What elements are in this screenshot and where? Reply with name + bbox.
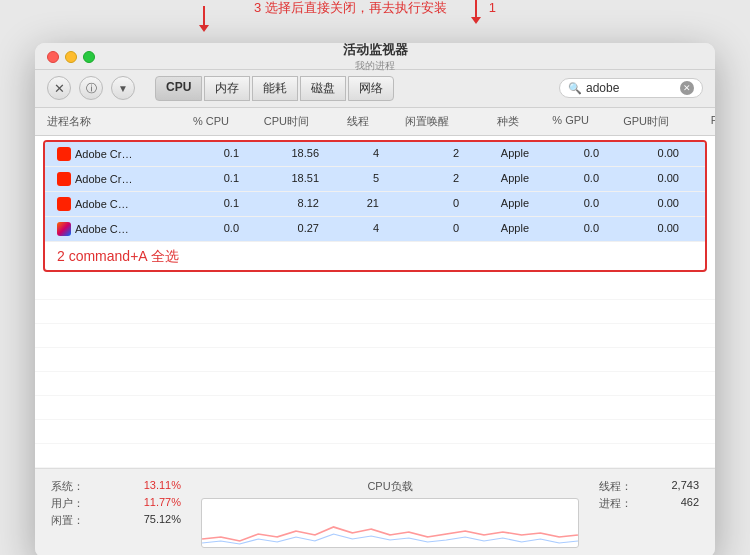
more-btn[interactable]: ▼: [111, 76, 135, 100]
app-icon: [57, 222, 71, 236]
arrow-down-right: [475, 0, 477, 18]
td-gpu: 0.0: [533, 195, 603, 213]
empty-row: [35, 444, 715, 468]
search-clear-btn[interactable]: ✕: [680, 81, 694, 95]
stat-val-procs: 462: [681, 496, 699, 511]
td-pid: 807: [683, 195, 707, 213]
table-row[interactable]: Adobe Cr… 0.1 18.51 5 2 Apple 0.0 0.00 7…: [45, 167, 705, 192]
titlebar-text: 活动监视器 我的进程: [35, 43, 715, 73]
stat-val-idle: 75.12%: [144, 513, 181, 528]
table-row[interactable]: Adobe Cr… 0.1 18.56 4 2 Apple 0.0 0.00 7…: [45, 142, 705, 167]
td-cputime: 18.51: [243, 170, 323, 188]
td-gputime: 0.00: [603, 145, 683, 163]
td-cpu: 0.1: [173, 195, 243, 213]
bottom-panel: 系统： 13.11% 用户： 11.77% 闲置： 75.12% CPU负载: [35, 468, 715, 556]
td-idlewake: 2: [383, 170, 463, 188]
td-cputime: 0.27: [243, 220, 323, 238]
td-gpu: 0.0: [533, 145, 603, 163]
stats-left: 系统： 13.11% 用户： 11.77% 闲置： 75.12%: [51, 479, 181, 528]
table-row[interactable]: Adobe C… 0.0 0.27 4 0 Apple 0.0 0.00 522…: [45, 217, 705, 242]
td-cpu: 0.1: [173, 170, 243, 188]
td-pid: 522: [683, 220, 707, 238]
td-name: Adobe C…: [53, 195, 173, 213]
app-icon: [57, 172, 71, 186]
table-container: 进程名称 % CPU CPU时间 线程 闲置唤醒 种类 % GPU GPU时间 …: [35, 108, 715, 468]
th-kind: 种类: [453, 112, 523, 131]
close-process-btn[interactable]: ✕: [47, 76, 71, 100]
td-gpu: 0.0: [533, 170, 603, 188]
table-header: 进程名称 % CPU CPU时间 线程 闲置唤醒 种类 % GPU GPU时间 …: [35, 108, 715, 136]
td-cputime: 18.56: [243, 145, 323, 163]
stats-right: 线程： 2,743 进程： 462: [599, 479, 699, 511]
td-pid: 728: [683, 170, 707, 188]
th-threads: 线程: [313, 112, 373, 131]
th-pid: PID: [673, 112, 715, 131]
td-gputime: 0.00: [603, 195, 683, 213]
td-gputime: 0.00: [603, 220, 683, 238]
td-cpu: 0.0: [173, 220, 243, 238]
td-gputime: 0.00: [603, 170, 683, 188]
stat-label-idle: 闲置：: [51, 513, 84, 528]
tab-cpu[interactable]: CPU: [155, 76, 202, 101]
search-box: 🔍 ✕: [559, 78, 703, 98]
outer-wrapper: 3 选择后直接关闭，再去执行安装 1 活动监视器 我的进程 ✕ ⓘ ▼ CPU: [35, 0, 715, 555]
th-cpu[interactable]: % CPU: [163, 112, 233, 131]
empty-area: [35, 276, 715, 468]
stat-label-procs: 进程：: [599, 496, 632, 511]
td-name: Adobe Cr…: [53, 145, 173, 163]
arrow-right-1: [475, 0, 477, 18]
window-title: 活动监视器: [35, 43, 715, 59]
empty-row: [35, 276, 715, 300]
th-idlewake: 闲置唤醒: [373, 112, 453, 131]
stat-label-user: 用户：: [51, 496, 84, 511]
tab-energy[interactable]: 能耗: [252, 76, 298, 101]
app-icon: [57, 147, 71, 161]
arrow-left: [203, 6, 205, 26]
table-body: Adobe Cr… 0.1 18.56 4 2 Apple 0.0 0.00 7…: [43, 140, 707, 272]
td-kind: Apple: [463, 195, 533, 213]
tab-memory[interactable]: 内存: [204, 76, 250, 101]
cpu-chart-svg: [202, 499, 578, 548]
tab-network[interactable]: 网络: [348, 76, 394, 101]
window-subtitle: 我的进程: [35, 59, 715, 73]
annotation-text: 3 选择后直接关闭，再去执行安装: [254, 0, 447, 17]
tab-disk[interactable]: 磁盘: [300, 76, 346, 101]
toolbar: ✕ ⓘ ▼ CPU 内存 能耗 磁盘 网络 🔍 ✕: [35, 70, 715, 108]
empty-row: [35, 396, 715, 420]
stat-row-user: 用户： 11.77%: [51, 496, 181, 511]
th-gputime: GPU时间: [593, 112, 673, 131]
empty-row: [35, 348, 715, 372]
td-kind: Apple: [463, 170, 533, 188]
stat-val-user: 11.77%: [144, 496, 181, 511]
info-btn[interactable]: ⓘ: [79, 76, 103, 100]
search-input[interactable]: [586, 81, 676, 95]
td-kind: Apple: [463, 220, 533, 238]
annotation-num-1: 1: [489, 0, 496, 15]
td-pid: 764: [683, 145, 707, 163]
annotation-top: 3 选择后直接关闭，再去执行安装 1: [35, 0, 715, 18]
stat-val-system: 13.11%: [144, 479, 181, 494]
empty-row: [35, 420, 715, 444]
stat-row-idle: 闲置： 75.12%: [51, 513, 181, 528]
app-icon: [57, 197, 71, 211]
td-name: Adobe C…: [53, 220, 173, 238]
titlebar: 活动监视器 我的进程: [35, 43, 715, 70]
empty-row: [35, 300, 715, 324]
annotation-cmd: 2 command+A 全选: [45, 242, 705, 270]
table-row[interactable]: Adobe C… 0.1 8.12 21 0 Apple 0.0 0.00 80…: [45, 192, 705, 217]
td-cputime: 8.12: [243, 195, 323, 213]
arrow-down-left: [203, 6, 205, 26]
search-icon: 🔍: [568, 82, 582, 95]
th-name: 进程名称: [43, 112, 163, 131]
td-cpu: 0.1: [173, 145, 243, 163]
th-cputime: CPU时间: [233, 112, 313, 131]
cpu-chart: [201, 498, 579, 548]
td-gpu: 0.0: [533, 220, 603, 238]
td-idlewake: 0: [383, 195, 463, 213]
main-window: 活动监视器 我的进程 ✕ ⓘ ▼ CPU 内存 能耗 磁盘 网络 🔍 ✕: [35, 43, 715, 556]
stat-label-threads: 线程：: [599, 479, 632, 494]
stat-val-threads: 2,743: [671, 479, 699, 494]
stat-row-procs: 进程： 462: [599, 496, 699, 511]
td-idlewake: 0: [383, 220, 463, 238]
empty-row: [35, 372, 715, 396]
